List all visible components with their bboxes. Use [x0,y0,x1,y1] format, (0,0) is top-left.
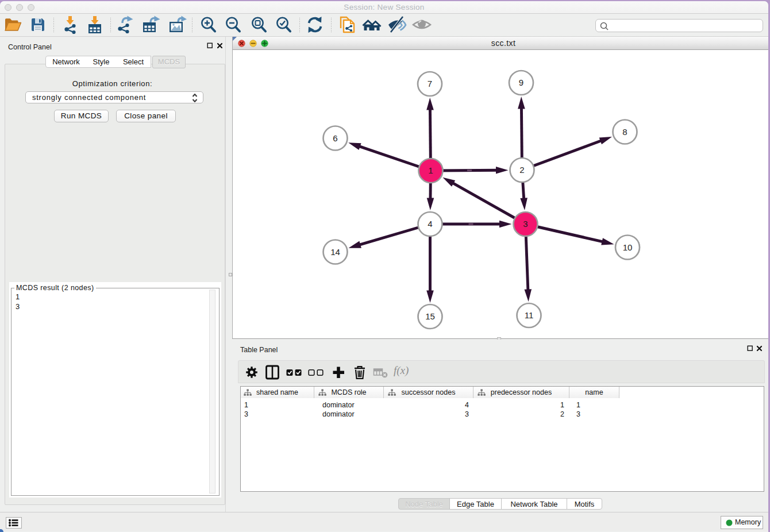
svg-text:3: 3 [523,219,528,229]
svg-text:6: 6 [333,133,337,143]
svg-text:14: 14 [330,247,340,257]
svg-text:4: 4 [428,219,432,229]
svg-text:10: 10 [623,242,633,252]
svg-text:8: 8 [622,127,627,137]
svg-text:15: 15 [425,311,435,321]
svg-text:1: 1 [428,165,433,175]
svg-text:7: 7 [428,79,432,88]
svg-text:9: 9 [519,78,523,87]
svg-text:11: 11 [525,310,534,320]
svg-text:2: 2 [519,165,524,175]
